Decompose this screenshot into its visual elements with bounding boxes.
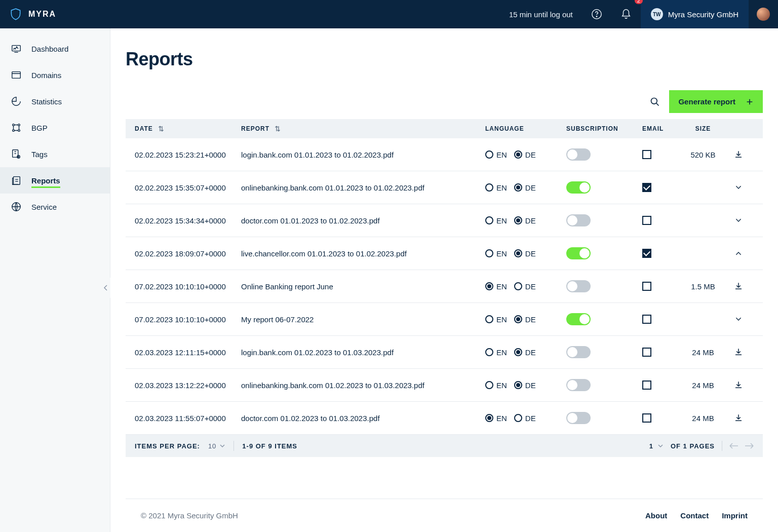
sidebar-item-label: Reports [31, 176, 60, 188]
row-action-button[interactable] [723, 183, 754, 192]
sidebar-item-statistics[interactable]: Statistics [0, 88, 110, 115]
row-action-button[interactable] [723, 150, 754, 159]
lang-de-radio[interactable]: DE [514, 249, 536, 258]
user-avatar[interactable] [757, 8, 770, 21]
lang-de-radio[interactable]: DE [514, 183, 536, 192]
row-action-button[interactable] [723, 381, 754, 390]
lang-en-radio[interactable]: EN [485, 414, 507, 423]
cell-language: ENDE [485, 150, 566, 159]
row-action-button[interactable] [723, 216, 754, 224]
page-footer: © 2021 Myra Security GmbH AboutContactIm… [126, 499, 763, 532]
subscription-toggle[interactable] [566, 247, 591, 259]
email-checkbox[interactable] [642, 249, 651, 258]
footer-link-about[interactable]: About [645, 511, 667, 520]
cell-size: 520 KB [683, 150, 723, 159]
cell-report: My report 06-07.2022 [241, 315, 485, 324]
row-action-button[interactable] [723, 348, 754, 357]
lang-en-radio[interactable]: EN [485, 150, 507, 159]
email-checkbox[interactable] [642, 150, 651, 159]
col-size: SIZE [683, 125, 723, 132]
prev-page-button[interactable] [729, 443, 738, 449]
statistics-icon [10, 95, 22, 107]
sidebar-item-bgp[interactable]: BGP [0, 115, 110, 141]
email-checkbox[interactable] [642, 381, 651, 390]
help-button[interactable] [582, 0, 611, 28]
cell-date: 02.03.2023 13:12:22+0000 [135, 381, 241, 390]
lang-en-radio[interactable]: EN [485, 315, 507, 324]
table-row: 07.02.2023 10:10:10+0000My report 06-07.… [126, 303, 763, 336]
svg-point-1 [596, 16, 597, 17]
download-icon [734, 381, 743, 390]
lang-de-radio[interactable]: DE [514, 381, 536, 390]
col-subscription: SUBSCRIPTION [566, 125, 642, 132]
org-avatar: TW [651, 8, 663, 20]
sidebar-item-tags[interactable]: Tags [0, 141, 110, 167]
lang-en-radio[interactable]: EN [485, 381, 507, 390]
cell-size: 24 MB [683, 414, 723, 423]
page-picker[interactable]: 1 [649, 442, 664, 450]
email-checkbox[interactable] [642, 282, 651, 291]
email-checkbox[interactable] [642, 216, 651, 225]
subscription-toggle[interactable] [566, 181, 591, 194]
sidebar-item-domains[interactable]: Domains [0, 62, 110, 88]
email-checkbox[interactable] [642, 348, 651, 357]
next-page-button[interactable] [745, 443, 754, 449]
sidebar-item-dashboard[interactable]: Dashboard [0, 35, 110, 62]
org-name: Myra Security GmbH [668, 10, 738, 19]
subscription-toggle[interactable] [566, 313, 591, 325]
lang-de-radio[interactable]: DE [514, 414, 536, 423]
email-checkbox[interactable] [642, 315, 651, 324]
table-row: 02.03.2023 12:11:15+0000login.bank.com 0… [126, 336, 763, 369]
subscription-toggle[interactable] [566, 148, 591, 161]
sidebar-item-reports[interactable]: Reports [0, 167, 110, 194]
cell-email [642, 381, 683, 390]
subscription-toggle[interactable] [566, 379, 591, 391]
lang-en-radio[interactable]: EN [485, 183, 507, 192]
generate-report-button[interactable]: Generate report [669, 90, 763, 113]
page-title: Reports [126, 49, 763, 70]
table-row: 07.02.2023 10:10:10+0000Online Banking r… [126, 270, 763, 303]
org-switcher[interactable]: TW Myra Security GmbH [641, 0, 749, 28]
lang-de-radio[interactable]: DE [514, 315, 536, 324]
footer-link-contact[interactable]: Contact [680, 511, 709, 520]
cell-date: 02.03.2023 11:55:07+0000 [135, 414, 241, 423]
lang-en-radio[interactable]: EN [485, 249, 507, 258]
notifications-button[interactable]: 2 [611, 0, 641, 28]
email-checkbox[interactable] [642, 183, 651, 192]
subscription-toggle[interactable] [566, 214, 591, 226]
items-per-page-picker[interactable]: 10 [208, 442, 225, 450]
row-action-button[interactable] [723, 249, 754, 257]
download-icon [734, 282, 743, 291]
col-date[interactable]: DATE [135, 125, 241, 132]
generate-report-label: Generate report [678, 97, 735, 106]
lang-en-radio[interactable]: EN [485, 216, 507, 225]
collapse-sidebar-button[interactable] [101, 278, 110, 298]
lang-de-radio[interactable]: DE [514, 348, 536, 357]
email-checkbox[interactable] [642, 413, 651, 423]
subscription-toggle[interactable] [566, 346, 591, 358]
cell-email [642, 150, 683, 159]
lang-de-radio[interactable]: DE [514, 216, 536, 225]
col-report[interactable]: REPORT [241, 125, 485, 132]
cell-date: 07.02.2023 10:10:10+0000 [135, 315, 241, 324]
footer-link-imprint[interactable]: Imprint [722, 511, 748, 520]
subscription-toggle[interactable] [566, 280, 591, 292]
cell-report: doctor.com 01.02.2023 to 01.03.2023.pdf [241, 414, 485, 423]
cell-email [642, 216, 683, 225]
row-action-button[interactable] [723, 413, 754, 423]
table-row: 02.03.2023 11:55:07+0000doctor.com 01.02… [126, 402, 763, 435]
plus-icon [746, 98, 754, 106]
items-range: 1-9 OF 9 ITEMS [242, 442, 297, 450]
lang-de-radio[interactable]: DE [514, 150, 536, 159]
row-action-button[interactable] [723, 282, 754, 291]
cell-language: ENDE [485, 183, 566, 192]
lang-en-radio[interactable]: EN [485, 282, 507, 291]
sidebar: DashboardDomainsStatisticsBGPTagsReports… [0, 28, 110, 532]
lang-en-radio[interactable]: EN [485, 348, 507, 357]
sidebar-item-service[interactable]: Service [0, 194, 110, 220]
search-button[interactable] [650, 97, 660, 107]
lang-de-radio[interactable]: DE [514, 282, 536, 291]
row-action-button[interactable] [723, 315, 754, 323]
subscription-toggle[interactable] [566, 412, 591, 424]
cell-language: ENDE [485, 216, 566, 225]
